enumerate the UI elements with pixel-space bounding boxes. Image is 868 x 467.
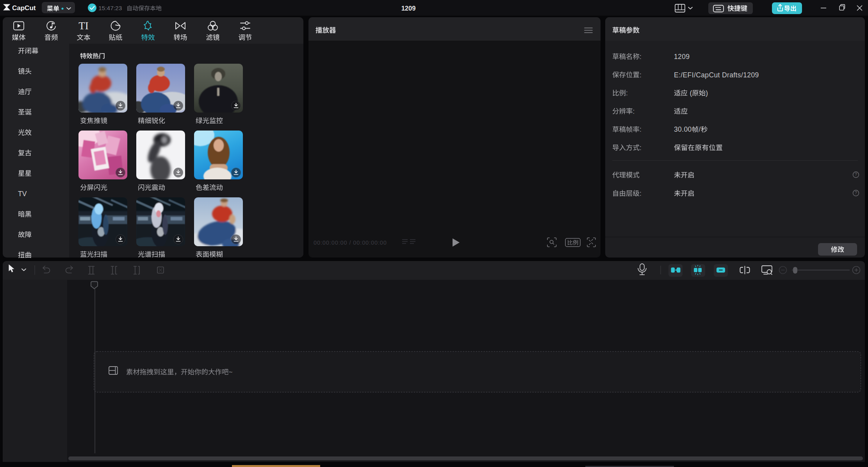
svg-text:(: ( [690, 89, 692, 97]
svg-text:CapCut: CapCut [12, 4, 36, 12]
svg-text:~: ~ [229, 368, 233, 376]
svg-text::: : [640, 144, 642, 152]
svg-text:): ) [706, 89, 708, 97]
svg-text:TI: TI [78, 20, 88, 32]
svg-text::: : [640, 71, 642, 79]
svg-text::: : [640, 53, 642, 61]
svg-text::: : [633, 107, 635, 115]
svg-text:/: / [699, 125, 701, 133]
svg-text:1209: 1209 [674, 53, 690, 61]
svg-text:E:/EFI/CapCut Drafts/1209: E:/EFI/CapCut Drafts/1209 [674, 71, 759, 79]
svg-text:30.00: 30.00 [674, 125, 692, 133]
svg-text:00:00:00:00 / 00:00:00:00: 00:00:00:00 / 00:00:00:00 [314, 240, 387, 246]
svg-text:?: ? [855, 172, 857, 177]
svg-text:TV: TV [18, 190, 27, 198]
svg-text::: : [640, 125, 642, 133]
svg-text::: : [640, 190, 642, 197]
svg-text::: : [626, 89, 628, 97]
svg-text:15:47:23: 15:47:23 [98, 5, 122, 11]
svg-text:?: ? [855, 190, 857, 195]
svg-text:1209: 1209 [401, 5, 416, 12]
